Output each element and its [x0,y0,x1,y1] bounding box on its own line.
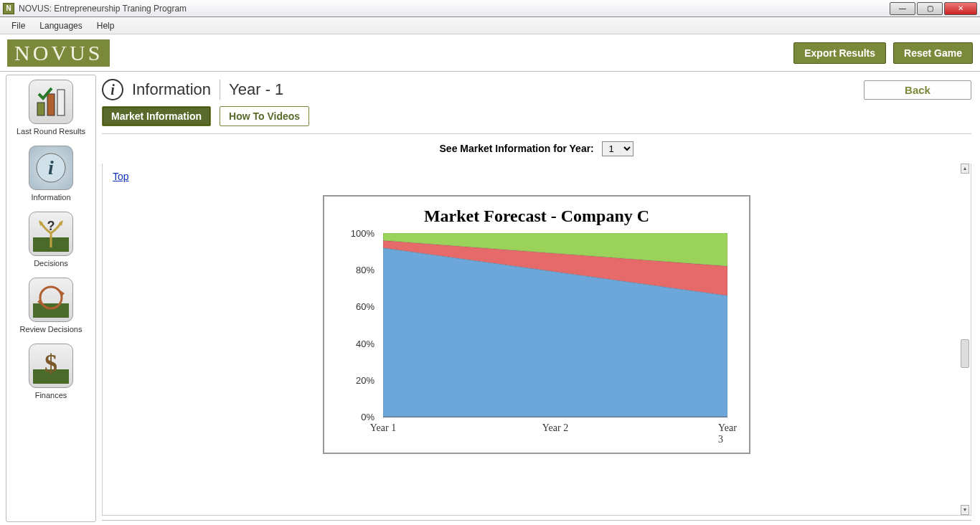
menu-file[interactable]: File [4,19,32,32]
back-button[interactable]: Back [864,80,971,100]
divider [220,80,220,100]
window-close-button[interactable]: ✕ [944,2,977,15]
info-icon: i [29,146,73,190]
bottom-divider [102,520,971,521]
menu-help[interactable]: Help [90,19,122,32]
window-titlebar: N NOVUS: Entrepreneurship Traning Progra… [0,0,980,17]
main-panel: i Information Year - 1 Back Market Infor… [96,72,980,525]
year-select-label: See Market Information for Year: [440,143,594,154]
chart-container: Market Forecast - Company C 0%20%40%60%8… [323,195,750,454]
svg-text:$: $ [44,349,57,378]
year-select-row: See Market Information for Year: 1 [102,134,971,164]
year-indicator: Year - 1 [229,80,283,99]
svg-rect-9 [33,303,69,318]
review-decisions-icon [29,278,73,322]
page-header: i Information Year - 1 Back [102,76,971,106]
tab-market-information[interactable]: Market Information [102,106,211,126]
scroll-down-button[interactable]: ▾ [961,505,969,515]
svg-rect-0 [37,103,44,115]
area-chart-svg [383,233,727,417]
y-tick: 80% [356,265,374,275]
sidebar-item-review-decisions[interactable]: Review Decisions [6,278,95,334]
y-tick: 40% [356,338,374,349]
sidebar-item-label: Review Decisions [20,325,83,334]
y-tick-labels: 0%20%40%60%80%100% [336,230,379,417]
window-maximize-button[interactable]: ▢ [917,2,943,15]
reset-game-button[interactable]: Reset Game [893,42,973,64]
menu-bar: File Languages Help [0,17,980,34]
logo: NOVUS [7,39,110,67]
app-header: NOVUS Export Results Reset Game [0,34,980,72]
export-results-button[interactable]: Export Results [793,42,886,64]
sidebar-item-finances[interactable]: $ Finances [6,344,95,399]
sidebar-item-label: Finances [35,391,67,399]
y-tick: 60% [356,301,374,312]
info-circle-icon: i [102,79,123,100]
window-minimize-button[interactable]: — [890,2,915,15]
sidebar-item-decisions[interactable]: ? Decisions [6,212,95,268]
content-frame: ▴ ▾ Top Market Forecast - Company C 0%20… [102,164,971,516]
x-tick: Year 1 [370,422,396,434]
sidebar-item-label: Information [31,193,70,202]
scrollbar-thumb[interactable] [961,339,969,368]
chart-plot: 0%20%40%60%80%100% Year 1Year 2Year 3 [336,230,738,445]
y-tick: 20% [356,374,374,385]
window-title: NOVUS: Entrepreneurship Traning Program [19,4,890,14]
top-link[interactable]: Top [113,171,129,182]
year-select[interactable]: 1 [602,141,633,156]
finances-icon: $ [29,344,73,388]
x-tick: Year 2 [542,422,568,434]
svg-text:i: i [48,156,54,179]
sidebar-item-label: Decisions [34,259,68,268]
y-tick: 0% [361,412,374,422]
tab-row: Market Information How To Videos [102,106,971,134]
svg-rect-1 [47,94,55,115]
decisions-icon: ? [29,212,73,256]
bar-chart-check-icon [29,80,73,124]
menu-languages[interactable]: Languages [32,19,89,32]
sidebar-item-label: Last Round Results [17,127,85,136]
y-tick: 100% [351,228,374,239]
sidebar-item-information[interactable]: i Information [6,146,95,202]
sidebar: Last Round Results i Information ? [6,75,96,522]
content-scroll[interactable]: Top Market Forecast - Company C 0%20%40%… [103,164,971,515]
svg-rect-2 [57,90,65,115]
scroll-up-button[interactable]: ▴ [961,164,969,174]
x-tick-labels: Year 1Year 2Year 3 [383,422,727,437]
x-tick: Year 3 [718,422,737,445]
chart-title: Market Forecast - Company C [336,207,738,226]
page-title: Information [132,80,211,99]
app-icon: N [3,3,14,14]
x-axis [383,417,727,417]
sidebar-item-last-round-results[interactable]: Last Round Results [6,80,95,136]
tab-how-to-videos[interactable]: How To Videos [220,106,309,126]
